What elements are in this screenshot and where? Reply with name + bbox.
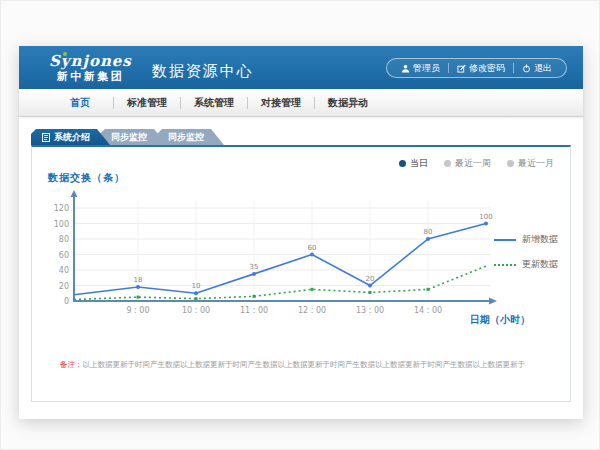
x-axis-arrow-icon [489, 298, 497, 305]
data-point [426, 237, 430, 241]
legend-line-sample [494, 239, 516, 241]
tab-label: 同步监控 [111, 131, 147, 144]
app-title: 数据资源中心 [152, 54, 254, 81]
tab-3[interactable]: 同步监控 [157, 129, 224, 145]
data-point [137, 296, 140, 299]
radio-dot-icon [444, 160, 451, 167]
nav-item-1[interactable]: 首页 [47, 96, 113, 110]
data-point [369, 291, 372, 294]
chart-legend: 新增数据更新数据 [494, 233, 558, 283]
range-option-1[interactable]: 当日 [399, 157, 428, 170]
content-area: 系统介绍同步监控同步监控 当日最近一周最近一月 数据交换（条） 02040608… [19, 129, 583, 402]
footnote-text: 以上数据更新于时间产生数据以上数据更新于时间产生数据以上数据更新于时间产生数据以… [83, 360, 526, 369]
y-tick-label: 20 [59, 282, 69, 291]
y-axis-arrow-icon [71, 190, 78, 197]
legend-line-sample [494, 264, 516, 266]
tab-1[interactable]: 系统介绍 [31, 129, 110, 145]
power-icon [522, 64, 531, 73]
tab-label: 系统介绍 [54, 131, 90, 144]
radio-dot-icon [399, 160, 406, 167]
y-tick-label: 40 [59, 266, 69, 275]
legend-label: 更新数据 [522, 258, 558, 271]
y-tick-label: 100 [54, 220, 69, 229]
data-point [484, 222, 488, 226]
range-option-3[interactable]: 最近一月 [507, 157, 554, 170]
edit-icon [457, 64, 466, 73]
data-point-label: 60 [308, 244, 317, 252]
data-point-label: 100 [479, 213, 492, 221]
footnote-label: 备注： [60, 360, 83, 369]
data-point-label: 20 [366, 275, 375, 283]
radio-dot-icon [507, 160, 514, 167]
data-point [136, 285, 140, 289]
nav-item-4[interactable]: 对接管理 [248, 96, 314, 110]
data-point [194, 291, 198, 295]
app-header: Synjones 新中新集团 数据资源中心 管理员修改密码退出 [19, 46, 583, 89]
data-point [253, 295, 256, 298]
data-point [195, 297, 198, 300]
logo-wordmark: Synjones [49, 53, 132, 70]
legend-item: 更新数据 [494, 258, 558, 271]
tab-2[interactable]: 同步监控 [100, 129, 167, 145]
radio-label: 最近一周 [455, 157, 491, 170]
user-menu-change-password[interactable]: 修改密码 [449, 62, 513, 75]
screenshot-canvas: Synjones 新中新集团 数据资源中心 管理员修改密码退出 首页标准管理系统… [0, 0, 600, 450]
x-tick-label: 9 : 00 [126, 306, 149, 315]
data-point-label: 80 [424, 228, 433, 236]
user-menu-label: 管理员 [413, 62, 440, 75]
data-point [252, 272, 256, 276]
x-axis-title: 日期（小时） [470, 313, 530, 327]
legend-label: 新增数据 [522, 233, 558, 246]
user-menu-admin[interactable]: 管理员 [393, 62, 448, 75]
user-menu-logout[interactable]: 退出 [514, 62, 560, 75]
data-point [368, 284, 372, 288]
main-nav: 首页标准管理系统管理对接管理数据异动 [19, 89, 583, 117]
data-point-label: 10 [192, 282, 201, 290]
x-tick-label: 12 : 00 [298, 306, 326, 315]
radio-label: 当日 [410, 157, 428, 170]
x-tick-label: 14 : 00 [414, 306, 442, 315]
user-icon [401, 64, 410, 73]
y-tick-label: 60 [59, 251, 69, 260]
y-axis-title: 数据交换（条） [48, 171, 125, 185]
line-chart: 0204060801001209 : 0010 : 0011 : 0012 : … [46, 189, 506, 327]
nav-item-3[interactable]: 系统管理 [181, 96, 247, 110]
data-point [311, 288, 314, 291]
y-tick-label: 120 [54, 204, 69, 213]
logo: Synjones 新中新集团 [49, 53, 132, 82]
footnote: 备注：以上数据更新于时间产生数据以上数据更新于时间产生数据以上数据更新于时间产生… [60, 360, 565, 370]
nav-item-2[interactable]: 标准管理 [114, 96, 180, 110]
range-radio-group: 当日最近一周最近一月 [399, 157, 554, 170]
y-tick-label: 80 [59, 235, 69, 244]
x-tick-label: 13 : 00 [356, 306, 384, 315]
data-point [427, 288, 430, 291]
x-tick-label: 10 : 00 [182, 306, 210, 315]
chart-panel: 当日最近一周最近一月 数据交换（条） 0204060801001209 : 00… [31, 145, 571, 402]
tab-label: 同步监控 [168, 131, 204, 144]
user-menu-label: 修改密码 [469, 62, 505, 75]
range-option-2[interactable]: 最近一周 [444, 157, 491, 170]
nav-item-5[interactable]: 数据异动 [315, 96, 381, 110]
user-menu-label: 退出 [534, 62, 552, 75]
data-point-label: 35 [250, 263, 259, 271]
data-point [310, 253, 314, 257]
x-tick-label: 11 : 00 [240, 306, 268, 315]
legend-item: 新增数据 [494, 233, 558, 246]
tab-bar: 系统介绍同步监控同步监控 [31, 129, 583, 145]
y-tick-label: 0 [64, 297, 69, 306]
logo-company-name: 新中新集团 [49, 70, 132, 82]
user-menu: 管理员修改密码退出 [386, 58, 567, 78]
app-window: Synjones 新中新集团 数据资源中心 管理员修改密码退出 首页标准管理系统… [19, 46, 583, 419]
data-point-label: 18 [134, 276, 143, 284]
radio-label: 最近一月 [518, 157, 554, 170]
document-icon [42, 133, 50, 142]
